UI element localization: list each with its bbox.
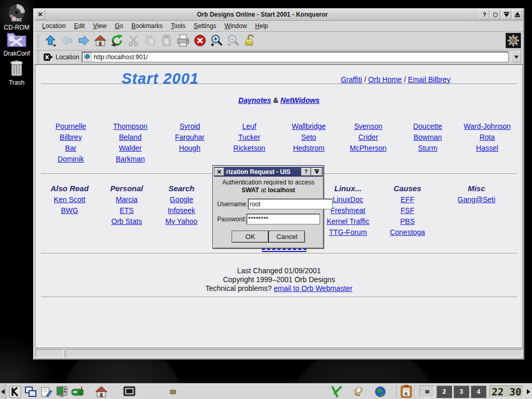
pager-desktop-1[interactable] [419, 385, 435, 398]
link-name[interactable]: Leuf [220, 121, 280, 132]
link-item[interactable]: Kernel Traffic [327, 216, 369, 227]
link-name[interactable]: Wallbridge [279, 121, 339, 132]
link-webmaster-email[interactable]: email to Orb Webmaster [274, 284, 352, 292]
link-name[interactable]: Bowman [398, 132, 458, 143]
zoom-in-button[interactable] [209, 33, 224, 48]
desktop-icon-trash[interactable]: Trash [1, 58, 33, 86]
menu-bookmarks[interactable]: Bookmarks [128, 21, 166, 31]
link-item[interactable]: Orb Stats [111, 216, 142, 227]
menu-window[interactable]: Window [221, 21, 250, 31]
window-help-button[interactable]: ? [480, 10, 489, 19]
link-name[interactable]: Hassel [458, 143, 517, 154]
desktop-icon-drakconf[interactable]: DrakConf [1, 29, 33, 57]
link-item[interactable]: FSF [401, 205, 414, 216]
klipper-button[interactable]: K [400, 385, 413, 398]
link-name[interactable]: Dominik [41, 154, 101, 165]
link-name[interactable]: Doucette [398, 121, 458, 132]
link-name[interactable]: Ricketson [220, 143, 280, 154]
up-button[interactable] [43, 33, 58, 48]
link-item[interactable]: Ken Scott [54, 194, 86, 205]
clipped-link-fragment[interactable] [262, 248, 307, 252]
link-name[interactable]: Crider [339, 132, 398, 143]
menu-settings[interactable]: Settings [190, 21, 220, 31]
back-button[interactable] [60, 33, 74, 48]
clear-location-icon[interactable] [44, 53, 53, 61]
dialog-shade-button[interactable] [311, 168, 322, 176]
locationbar-grip[interactable] [36, 50, 39, 64]
link-orb-home[interactable]: Orb Home [368, 75, 402, 84]
menu-help[interactable]: Help [251, 21, 272, 31]
link-daynotes[interactable]: Daynotes [238, 96, 271, 104]
home-button[interactable] [93, 33, 108, 48]
link-name[interactable]: Seto [279, 132, 339, 143]
mail-button[interactable] [71, 385, 84, 398]
pager-desktop-2[interactable]: 2 [436, 385, 452, 398]
window-list-button[interactable] [24, 385, 37, 398]
pager-desktop-3[interactable]: 3 [454, 385, 469, 398]
panel-clock[interactable]: 22 30 [489, 385, 524, 398]
print-button[interactable] [176, 33, 191, 48]
link-item[interactable]: Conestoga [390, 227, 425, 238]
konsole-button[interactable] [123, 385, 136, 398]
link-name[interactable]: Pournelle [41, 121, 101, 132]
dialog-close-button[interactable]: ✕ [215, 168, 224, 176]
konqueror-gear-tile[interactable] [506, 33, 521, 48]
web-browser-button[interactable] [374, 385, 387, 398]
desktop-icon-cdrom[interactable]: disc CD-ROM [1, 3, 33, 31]
dialog-help-button[interactable]: ? [301, 168, 311, 176]
task-app-icon[interactable] [169, 385, 177, 398]
x-app-button[interactable] [330, 385, 343, 398]
forward-button[interactable] [76, 33, 91, 48]
reload-button[interactable] [110, 33, 124, 48]
link-item[interactable]: Google [170, 194, 193, 205]
kcontrol-button[interactable] [55, 385, 69, 398]
dialog-titlebar[interactable]: ✕ rization Request - UIS ? [214, 167, 323, 177]
panel-expand-button[interactable] [525, 385, 532, 398]
link-item[interactable]: Marcia [116, 194, 138, 205]
link-name[interactable]: Rota [458, 132, 517, 143]
stop-button[interactable] [193, 33, 207, 48]
wizard-button[interactable] [352, 385, 365, 398]
link-item[interactable]: Freshmeat [330, 205, 365, 216]
link-item[interactable]: BWG [61, 205, 78, 216]
paste-button[interactable] [159, 33, 174, 48]
link-name[interactable]: Beland [101, 132, 161, 143]
pager-desktop-4[interactable]: 4 [471, 385, 486, 398]
help-button[interactable] [39, 385, 53, 398]
link-name[interactable]: Ward-Johnson [458, 121, 517, 132]
link-netwidows[interactable]: NetWidows [281, 96, 320, 104]
link-name[interactable]: Bar [41, 143, 101, 154]
cancel-button[interactable]: Cancel [269, 231, 305, 243]
link-name[interactable]: Bilbrey [41, 132, 101, 143]
cut-button[interactable] [126, 33, 141, 48]
link-name[interactable]: Walder [101, 143, 161, 154]
copy-button[interactable] [143, 33, 157, 48]
link-item[interactable]: ETS [119, 205, 134, 216]
link-name[interactable]: Hedstrom [279, 143, 339, 154]
window-close-button[interactable]: ✕ [35, 10, 45, 19]
link-name[interactable]: Hough [160, 143, 220, 154]
kmenu-button[interactable] [8, 385, 22, 398]
home-folder-button[interactable] [95, 385, 108, 398]
link-item[interactable]: TTG-Forum [329, 227, 367, 238]
window-minimize-button[interactable] [501, 10, 511, 19]
link-graffiti[interactable]: Graffiti [341, 75, 362, 84]
menu-edit[interactable]: Edit [70, 21, 88, 31]
link-name[interactable]: Thompson [101, 121, 161, 132]
link-name[interactable]: Farquhar [160, 132, 220, 143]
password-field[interactable] [246, 214, 320, 224]
toolbar-grip[interactable] [36, 34, 39, 47]
link-name[interactable]: Tucker [220, 132, 280, 143]
window-sticky-button[interactable] [490, 10, 500, 19]
url-input[interactable] [94, 54, 508, 61]
menu-view[interactable]: View [89, 21, 110, 31]
username-field[interactable] [248, 198, 332, 209]
link-name[interactable]: Barkman [101, 154, 161, 165]
menu-location[interactable]: Location [38, 21, 69, 31]
link-item[interactable]: Gang@Seti [458, 194, 496, 205]
link-name[interactable]: Sturm [398, 143, 458, 154]
window-maximize-button[interactable] [512, 10, 522, 19]
link-email-bilbrey[interactable]: Email Bilbrey [408, 75, 450, 84]
panel-hide-button[interactable] [0, 384, 6, 399]
menu-go[interactable]: Go [111, 21, 127, 31]
